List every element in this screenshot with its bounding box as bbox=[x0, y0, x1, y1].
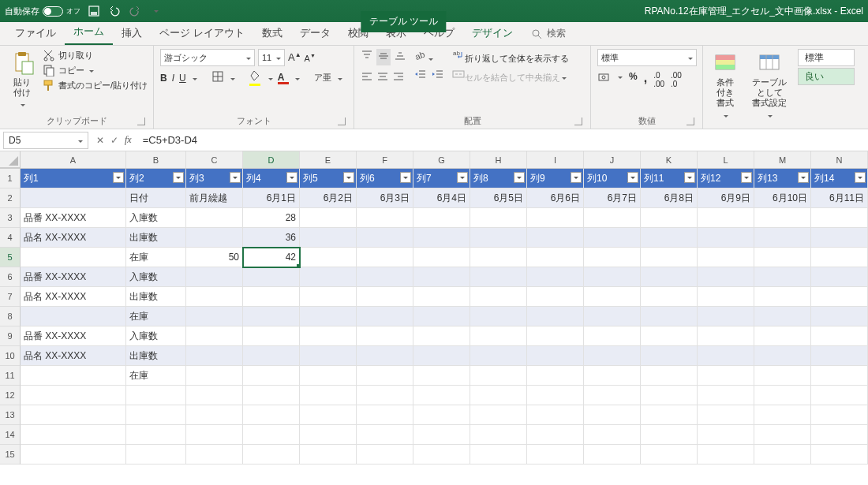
menu-formula[interactable]: 数式 bbox=[253, 21, 291, 45]
filter-dropdown-icon[interactable] bbox=[741, 172, 752, 183]
filter-dropdown-icon[interactable] bbox=[113, 172, 124, 183]
selected-cell[interactable]: 42 bbox=[243, 248, 300, 267]
table-header[interactable]: 列14 bbox=[811, 169, 868, 188]
col-header[interactable]: D bbox=[243, 151, 300, 168]
table-header[interactable]: 列12 bbox=[698, 169, 754, 188]
qat-customize-icon[interactable] bbox=[148, 4, 163, 18]
decimal-inc-icon[interactable]: .0.00 bbox=[653, 71, 664, 88]
menu-data[interactable]: データ bbox=[291, 21, 339, 45]
col-header[interactable]: H bbox=[470, 151, 527, 168]
filter-dropdown-icon[interactable] bbox=[627, 172, 638, 183]
col-header[interactable]: L bbox=[698, 151, 754, 168]
cut-button[interactable]: 切り取り bbox=[43, 49, 148, 62]
align-middle-icon[interactable] bbox=[376, 49, 391, 65]
align-bottom-icon[interactable] bbox=[394, 49, 406, 65]
format-painter-button[interactable]: 書式のコピー/貼り付け bbox=[43, 79, 148, 91]
worksheet[interactable]: A B C D E F G H I J K L M N 1 列1 列2 列3 列… bbox=[0, 151, 868, 464]
filter-dropdown-icon[interactable] bbox=[343, 172, 354, 183]
currency-icon[interactable] bbox=[597, 71, 610, 88]
copy-button[interactable]: コピー bbox=[43, 64, 148, 76]
table-header[interactable]: 列8 bbox=[470, 169, 527, 188]
col-header[interactable]: F bbox=[357, 151, 413, 168]
filter-dropdown-icon[interactable] bbox=[400, 172, 411, 183]
menu-design[interactable]: デザイン bbox=[463, 21, 522, 45]
formula-bar[interactable]: =C5+D3-D4 bbox=[137, 134, 204, 146]
menu-file[interactable]: ファイル bbox=[6, 21, 65, 45]
menu-home[interactable]: ホーム bbox=[65, 20, 113, 45]
table-header[interactable]: 列10 bbox=[584, 169, 641, 188]
number-format-select[interactable]: 標準 bbox=[597, 49, 697, 66]
comma-icon[interactable]: , bbox=[644, 71, 647, 88]
fill-color-button[interactable] bbox=[249, 69, 262, 86]
font-size-select[interactable]: 11 bbox=[258, 49, 285, 66]
table-header[interactable]: 列7 bbox=[413, 169, 470, 188]
indent-decrease-icon[interactable] bbox=[414, 69, 427, 84]
col-header[interactable]: E bbox=[300, 151, 357, 168]
select-all[interactable] bbox=[0, 151, 21, 168]
table-header[interactable]: 列13 bbox=[754, 169, 811, 188]
col-header[interactable]: M bbox=[754, 151, 811, 168]
table-header[interactable]: 列6 bbox=[357, 169, 413, 188]
save-icon[interactable] bbox=[87, 4, 101, 18]
cancel-icon[interactable]: ✕ bbox=[96, 135, 104, 146]
col-header[interactable]: K bbox=[641, 151, 698, 168]
table-header[interactable]: 列11 bbox=[641, 169, 698, 188]
underline-button[interactable]: U bbox=[179, 73, 186, 84]
filter-dropdown-icon[interactable] bbox=[571, 172, 582, 183]
col-header[interactable]: J bbox=[584, 151, 641, 168]
table-header[interactable]: 列4 bbox=[243, 169, 300, 188]
format-table-button[interactable]: テーブルとして 書式設定 bbox=[746, 49, 793, 122]
menu-insert[interactable]: 挿入 bbox=[113, 21, 151, 45]
bold-button[interactable]: B bbox=[160, 73, 167, 84]
search-box[interactable]: 検索 bbox=[531, 22, 566, 45]
wrap-text-button[interactable]: ab折り返して全体を表示する bbox=[452, 49, 569, 65]
col-header[interactable]: I bbox=[527, 151, 584, 168]
table-header[interactable]: 列2 bbox=[126, 169, 186, 188]
style-good[interactable]: 良い bbox=[798, 68, 855, 85]
decimal-dec-icon[interactable]: .00.0 bbox=[671, 71, 682, 88]
style-standard[interactable]: 標準 bbox=[798, 49, 855, 66]
filter-dropdown-icon[interactable] bbox=[173, 172, 184, 183]
filter-dropdown-icon[interactable] bbox=[457, 172, 468, 183]
redo-icon[interactable] bbox=[128, 4, 142, 18]
filter-dropdown-icon[interactable] bbox=[855, 172, 866, 183]
menu-layout[interactable]: ページ レイアウト bbox=[151, 21, 253, 45]
conditional-format-button[interactable]: 条件付き 書式 bbox=[709, 49, 741, 122]
align-center-icon[interactable] bbox=[376, 70, 389, 85]
filter-dropdown-icon[interactable] bbox=[798, 172, 809, 183]
table-header[interactable]: 列5 bbox=[300, 169, 357, 188]
indent-increase-icon[interactable] bbox=[432, 69, 444, 84]
autosave-toggle[interactable]: 自動保存 オフ bbox=[5, 6, 80, 17]
col-header[interactable]: C bbox=[186, 151, 243, 168]
col-header[interactable]: N bbox=[811, 151, 868, 168]
filter-dropdown-icon[interactable] bbox=[514, 172, 525, 183]
merge-center-button[interactable]: セルを結合して中央揃え bbox=[452, 68, 569, 84]
name-box[interactable]: D5 bbox=[3, 132, 88, 149]
align-top-icon[interactable] bbox=[361, 49, 373, 65]
shrink-font-icon[interactable]: A▼ bbox=[305, 53, 316, 63]
table-header[interactable]: 列3 bbox=[186, 169, 243, 188]
undo-icon[interactable] bbox=[107, 4, 122, 18]
enter-icon[interactable]: ✓ bbox=[110, 135, 118, 146]
font-name-select[interactable]: 游ゴシック bbox=[160, 49, 255, 66]
col-header[interactable]: A bbox=[21, 151, 126, 168]
col-header[interactable]: G bbox=[413, 151, 470, 168]
align-left-icon[interactable] bbox=[361, 70, 373, 85]
italic-button[interactable]: I bbox=[172, 73, 174, 84]
filter-dropdown-icon[interactable] bbox=[230, 172, 241, 183]
align-right-icon[interactable] bbox=[392, 70, 405, 85]
filter-dropdown-icon[interactable] bbox=[286, 172, 297, 183]
table-header[interactable]: 列9 bbox=[527, 169, 584, 188]
grow-font-icon[interactable]: A▲ bbox=[288, 51, 301, 63]
filter-dropdown-icon[interactable] bbox=[684, 172, 695, 183]
font-color-button[interactable]: A bbox=[278, 72, 289, 84]
border-button[interactable] bbox=[211, 70, 224, 85]
fx-icon[interactable]: fx bbox=[125, 134, 132, 146]
fill-handle[interactable] bbox=[297, 264, 300, 267]
table-header[interactable]: 列1 bbox=[21, 169, 126, 188]
phonetic-button[interactable]: ア亜 bbox=[314, 72, 331, 84]
col-header[interactable]: B bbox=[126, 151, 186, 168]
orientation-icon[interactable]: ab bbox=[414, 53, 427, 64]
paste-button[interactable]: 貼り付け bbox=[6, 49, 38, 112]
percent-icon[interactable]: % bbox=[629, 71, 638, 88]
